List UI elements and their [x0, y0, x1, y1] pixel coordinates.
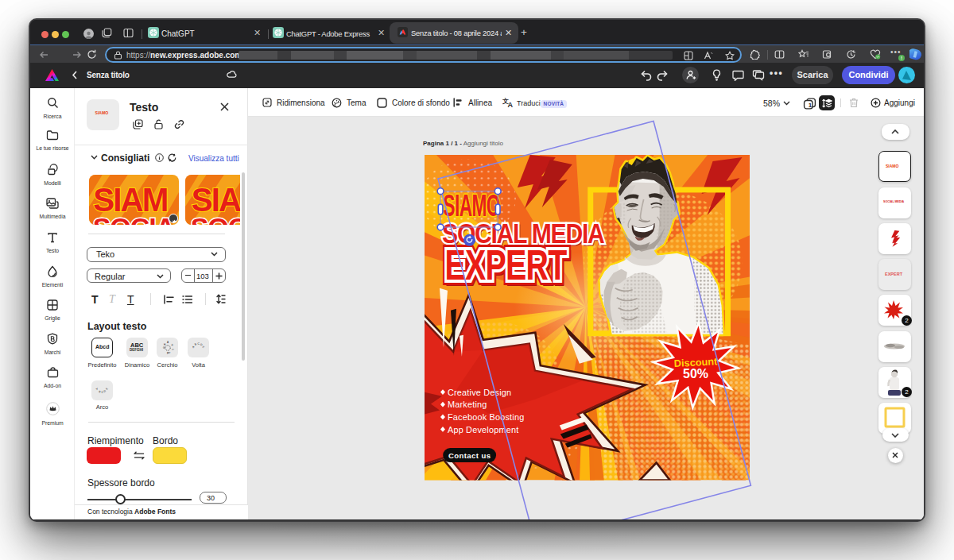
svg-text:A: A — [167, 341, 169, 344]
svg-text:SOC: SOC — [191, 212, 240, 225]
svg-text:B: B — [171, 343, 174, 347]
svg-text:H: H — [164, 343, 166, 346]
svg-text:C: C — [171, 348, 175, 352]
svg-text:1: 1 — [809, 101, 812, 108]
svg-text:E: E — [202, 346, 206, 350]
svg-text:E: E — [105, 387, 109, 391]
svg-text:!: ! — [901, 56, 902, 60]
svg-text:A: A — [95, 388, 99, 392]
svg-text:SOCIA: SOCIA — [93, 212, 175, 225]
svg-text:A: A — [508, 101, 514, 108]
svg-text:F: F — [167, 352, 169, 355]
